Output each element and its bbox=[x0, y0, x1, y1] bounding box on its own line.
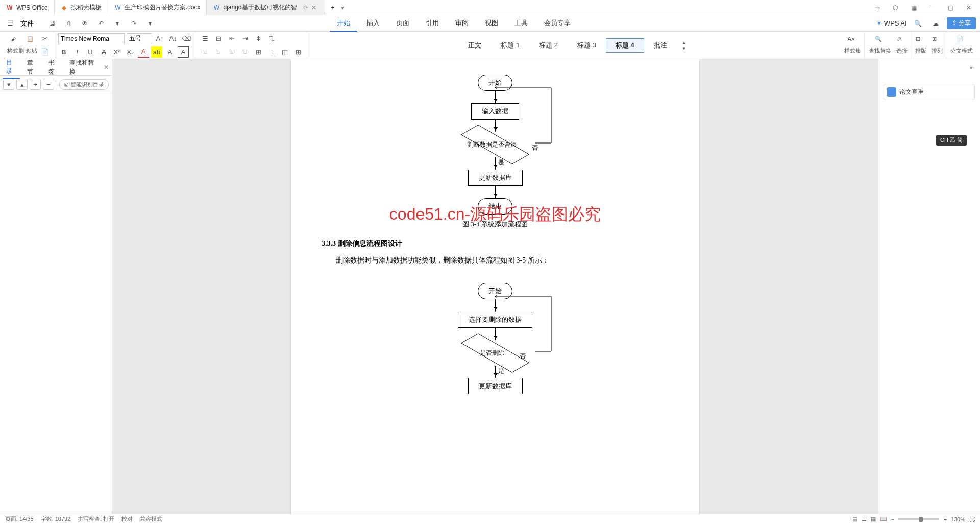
style-h2[interactable]: 标题 2 bbox=[529, 38, 568, 53]
view-web-icon[interactable]: ▦ bbox=[871, 516, 876, 522]
cloud-icon[interactable]: ☁ bbox=[929, 17, 942, 30]
style-h1[interactable]: 标题 1 bbox=[491, 38, 529, 53]
italic-button[interactable]: I bbox=[71, 46, 83, 58]
bold-button[interactable]: B bbox=[58, 46, 69, 58]
style-down-icon[interactable]: ▾ bbox=[679, 45, 690, 52]
tab-tools[interactable]: 工具 bbox=[507, 15, 535, 32]
chevron-down-icon[interactable]: ▾ bbox=[111, 17, 124, 30]
tab-wps-office[interactable]: W WPS Office bbox=[0, 0, 55, 15]
style-normal[interactable]: 正文 bbox=[458, 38, 491, 53]
zoom-value[interactable]: 130% bbox=[951, 516, 965, 522]
new-tab-button[interactable]: + ▾ bbox=[325, 0, 350, 15]
number-list-icon[interactable]: ⊟ bbox=[213, 33, 224, 44]
align-justify-icon[interactable]: ≡ bbox=[239, 46, 251, 58]
style-h4[interactable]: 标题 4 bbox=[606, 38, 644, 53]
sidebar-tab-bookmark[interactable]: 书签 bbox=[45, 57, 62, 78]
arrange-button[interactable]: ⊞排列 bbox=[932, 36, 943, 55]
line-spacing-icon[interactable]: ⬍ bbox=[253, 33, 264, 44]
expand-icon[interactable]: ▴ bbox=[16, 79, 28, 90]
style-comment[interactable]: 批注 bbox=[644, 38, 677, 53]
tab-doc2-active[interactable]: W django基于数据可视化的智 ⟳ ✕ bbox=[207, 0, 325, 15]
maximize-button[interactable]: ▢ bbox=[942, 2, 959, 14]
zoom-slider[interactable] bbox=[898, 518, 939, 520]
select-button[interactable]: ⬀选择 bbox=[896, 36, 908, 55]
doc-mode-button[interactable]: 📄公文模式 bbox=[950, 36, 973, 55]
zoom-in-icon[interactable]: + bbox=[943, 516, 946, 522]
smart-detect-button[interactable]: ◎ 智能识别目录 bbox=[59, 79, 109, 90]
sort-icon[interactable]: ⇅ bbox=[266, 33, 277, 44]
sort-button[interactable]: ⊟排版 bbox=[915, 36, 926, 55]
outdent-icon[interactable]: ⇤ bbox=[226, 33, 237, 44]
view-outline-icon[interactable]: ☰ bbox=[862, 516, 867, 522]
window-opt1-icon[interactable]: ▭ bbox=[869, 2, 885, 14]
border-icon[interactable]: ⊞ bbox=[292, 46, 304, 58]
fullscreen-icon[interactable]: ⛶ bbox=[969, 516, 975, 522]
sidebar-tab-chapter[interactable]: 章节 bbox=[24, 57, 41, 78]
chevron-down-icon[interactable]: ▾ bbox=[144, 17, 156, 30]
user-avatar-icon[interactable]: ▦ bbox=[905, 2, 922, 14]
distribute-icon[interactable]: ⊞ bbox=[253, 46, 264, 58]
status-page[interactable]: 页面: 14/35 bbox=[5, 515, 34, 523]
increase-font-icon[interactable]: A↑ bbox=[154, 33, 165, 44]
align-center-icon[interactable]: ≡ bbox=[213, 46, 224, 58]
close-icon[interactable]: ✕ bbox=[104, 64, 109, 71]
strike-button[interactable]: A̶ bbox=[98, 46, 109, 58]
format-brush-button[interactable]: 🖌 格式刷 bbox=[7, 36, 24, 55]
find-replace-button[interactable]: 🔍查找替换 bbox=[869, 36, 891, 55]
styleset-button[interactable]: Aᴀ样式集 bbox=[844, 36, 861, 55]
subscript-button[interactable]: X₂ bbox=[125, 46, 136, 58]
print-preview-icon[interactable]: 👁 bbox=[79, 17, 91, 30]
tab-insert[interactable]: 插入 bbox=[359, 15, 387, 32]
paste-button[interactable]: 📋 粘贴 bbox=[26, 36, 37, 55]
close-button[interactable]: ✕ bbox=[961, 2, 977, 14]
sidebar-tab-toc[interactable]: 目录 bbox=[3, 56, 20, 79]
redo-icon[interactable]: ↷ bbox=[128, 17, 140, 30]
decrease-font-icon[interactable]: A↓ bbox=[167, 33, 179, 44]
plagiarism-check-button[interactable]: 论文查重 bbox=[884, 84, 975, 100]
copy-icon[interactable]: 📄 bbox=[39, 46, 51, 58]
view-page-icon[interactable]: ▤ bbox=[852, 516, 857, 522]
style-h3[interactable]: 标题 3 bbox=[568, 38, 606, 53]
tab-page[interactable]: 页面 bbox=[389, 15, 416, 32]
wps-ai-button[interactable]: ✦ WPS AI bbox=[876, 19, 907, 27]
share-button[interactable]: ⇪ 分享 bbox=[947, 17, 976, 29]
remove-level-icon[interactable]: − bbox=[43, 79, 54, 90]
highlight-button[interactable]: ab bbox=[151, 46, 162, 58]
search-icon[interactable]: 🔍 bbox=[912, 17, 924, 30]
add-level-icon[interactable]: + bbox=[30, 79, 41, 90]
font-size-select[interactable] bbox=[127, 33, 152, 44]
tab-start[interactable]: 开始 bbox=[330, 15, 357, 32]
collapse-icon[interactable]: ▾ bbox=[3, 79, 14, 90]
window-opt2-icon[interactable]: ⬡ bbox=[887, 2, 903, 14]
collapse-panel-icon[interactable]: ⇤ bbox=[884, 64, 975, 72]
print-icon[interactable]: ⎙ bbox=[62, 17, 75, 30]
tab-view[interactable]: 视图 bbox=[478, 15, 505, 32]
document-area[interactable]: 开始 输入数据 判断数据是否合法 否 是 更新数据库 结束 bbox=[112, 59, 878, 514]
outline-tree[interactable] bbox=[0, 93, 112, 514]
style-up-icon[interactable]: ▴ bbox=[679, 39, 690, 45]
status-proof[interactable]: 校对 bbox=[121, 515, 133, 523]
bullet-list-icon[interactable]: ☰ bbox=[200, 33, 211, 44]
tab-review[interactable]: 审阅 bbox=[448, 15, 476, 32]
tab-member[interactable]: 会员专享 bbox=[537, 15, 578, 32]
file-menu[interactable]: 文件 bbox=[20, 19, 34, 28]
underline-button[interactable]: U bbox=[85, 46, 96, 58]
tab-template[interactable]: ◆ 找稻壳模板 bbox=[55, 0, 108, 15]
save-icon[interactable]: 🖫 bbox=[46, 17, 58, 30]
char-border-button[interactable]: A bbox=[178, 46, 189, 58]
view-read-icon[interactable]: 📖 bbox=[880, 516, 887, 522]
para-shading-icon[interactable]: ◫ bbox=[279, 46, 290, 58]
tab-stop-icon[interactable]: ⊥ bbox=[266, 46, 277, 58]
sidebar-tab-find[interactable]: 查找和替换 bbox=[66, 57, 100, 78]
cut-icon[interactable]: ✂ bbox=[39, 33, 51, 44]
ime-indicator[interactable]: CH 乙 简 bbox=[936, 135, 967, 146]
status-words[interactable]: 字数: 10792 bbox=[41, 515, 71, 523]
align-right-icon[interactable]: ≡ bbox=[226, 46, 237, 58]
align-left-icon[interactable]: ≡ bbox=[200, 46, 211, 58]
shading-button[interactable]: A bbox=[164, 46, 176, 58]
status-spell[interactable]: 拼写检查: 打开 bbox=[78, 515, 114, 523]
font-color-button[interactable]: A bbox=[138, 46, 149, 58]
tab-reference[interactable]: 引用 bbox=[419, 15, 446, 32]
undo-icon[interactable]: ↶ bbox=[95, 17, 107, 30]
tab-doc1[interactable]: W 生产印模图片替换方案.docx bbox=[108, 0, 207, 15]
